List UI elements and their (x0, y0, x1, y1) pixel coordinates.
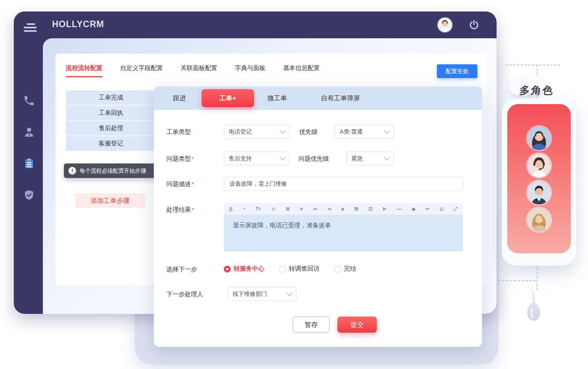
result-editor-content[interactable]: 显示屏故障，电话已受理，准备派单 (224, 215, 463, 251)
tab-own-order-popup[interactable]: 自有工单弹屏 (321, 87, 360, 110)
radio-unselected-icon[interactable] (279, 266, 286, 273)
chevron-down-icon (280, 127, 286, 134)
multi-role-card (507, 104, 571, 253)
user-avatar[interactable] (438, 18, 452, 32)
avatar (527, 126, 551, 150)
exclamation-icon: ! (68, 167, 76, 175)
avatar (527, 181, 551, 204)
nav-phone-icon[interactable] (23, 95, 35, 107)
link-icon[interactable]: ∞ (328, 206, 331, 211)
notice-text: 每个流程必须配置开始步骤 (80, 167, 146, 175)
divider-icon[interactable]: — (397, 206, 402, 211)
undo-icon[interactable]: ↩ (425, 206, 430, 211)
nav-security-icon[interactable] (23, 189, 35, 201)
order-type-label: 工单类型 (166, 128, 191, 136)
color-palette-icon[interactable]: ◔ (243, 206, 246, 211)
eraser-icon[interactable]: ◈ (412, 206, 415, 211)
nav-workorder-icon[interactable] (23, 157, 35, 170)
video-icon[interactable]: ⊳ (383, 206, 387, 211)
issue-type-select[interactable]: 售后支持 (224, 152, 290, 165)
add-step-button[interactable]: 添加工单步骤 (75, 193, 145, 208)
screen: HOLLYCRM (0, 0, 588, 369)
list-item-order-receipt[interactable]: 工单回执 (66, 106, 156, 121)
radio-finish[interactable]: 完结 (334, 265, 356, 273)
issue-type-label: 问题类型* (166, 155, 194, 163)
issue-priority-select[interactable]: 紧急 (346, 152, 394, 165)
font-style-icon[interactable]: A̲ (229, 206, 233, 211)
priority-label: 优先级 (299, 128, 318, 136)
result-editor: A̲ ◔ Tт ☺ ≣ ≡ ≔ ∞ ⌀ ⊞ ⊡ ⊳ — ◈ ↩ ⊔ ⤢ 显示屏故… (224, 203, 463, 251)
chevron-down-icon (384, 127, 390, 134)
radio-service-center[interactable]: 转服务中心 (224, 265, 264, 273)
tab-related-panel-config[interactable]: 关联面板配置 (181, 64, 217, 76)
order-type-select[interactable]: 电话登记 (224, 125, 290, 139)
annotation-dashed-line-bottom (498, 280, 536, 281)
nav-customer-icon[interactable] (23, 126, 35, 138)
tab-basic-info-config[interactable]: 基本信息配置 (283, 64, 320, 76)
emoji-icon[interactable]: ☺ (271, 206, 276, 211)
annotation-dashed-line-top (506, 65, 560, 65)
issue-priority-label: 问题优先级 (298, 155, 329, 163)
list-item-aftersales[interactable]: 售后处理 (66, 121, 156, 136)
chevron-down-icon (287, 290, 293, 296)
priority-select[interactable]: A类-普通 (335, 125, 394, 139)
next-step-label: 选择下一步 (166, 266, 197, 274)
apply-config-button[interactable]: 配置生效 (437, 64, 477, 78)
required-mark: * (192, 155, 194, 162)
list-item-service-register[interactable]: 客服登记 (66, 136, 156, 151)
menu-toggle-icon[interactable] (24, 23, 37, 33)
app-title: HOLLYCRM (52, 19, 104, 29)
radio-selected-icon[interactable] (224, 266, 231, 273)
font-size-icon[interactable]: Tт (256, 206, 261, 211)
next-handler-select[interactable]: 线下维修部门 (228, 287, 296, 301)
tab-custom-field-config[interactable]: 自定义字段配置 (120, 64, 163, 76)
avatar-illustration (438, 18, 452, 32)
indent-icon[interactable]: ≣ (286, 206, 290, 211)
dialog-tab-bar: 跟进 工单+ 微工单 自有工单弹屏 (154, 87, 482, 110)
avatar (527, 208, 551, 232)
issue-desc-label: 问题描述* (166, 180, 194, 188)
trash-icon[interactable]: ⊔ (440, 206, 443, 211)
multi-role-label: 多角色 (519, 83, 555, 97)
align-left-icon[interactable]: ≡ (300, 206, 303, 211)
issue-desc-input[interactable] (224, 177, 463, 191)
fullscreen-icon[interactable]: ⤢ (453, 206, 457, 211)
unlink-icon[interactable]: ⌀ (341, 206, 344, 211)
next-handler-label: 下一步处理人 (166, 291, 203, 299)
config-tab-bar: 流程流转配置 自定义字段配置 关联面板配置 字典与面板 基本信息配置 (66, 64, 320, 77)
list-item-order-complete[interactable]: 工单完成 (66, 90, 156, 106)
editor-toolbar: A̲ ◔ Tт ☺ ≣ ≡ ≔ ∞ ⌀ ⊞ ⊡ ⊳ — ◈ ↩ ⊔ ⤢ (224, 203, 463, 215)
radio-unselected-icon[interactable] (334, 266, 341, 273)
image-icon[interactable]: ⊡ (368, 206, 373, 211)
work-order-dialog: 跟进 工单+ 微工单 自有工单弹屏 工单类型 电话登记 优先级 A类-普通 问题… (154, 87, 482, 347)
tab-follow-up[interactable]: 跟进 (173, 87, 186, 110)
radio-survey-callback[interactable]: 转调查回访 (279, 265, 319, 273)
chevron-down-icon (280, 154, 286, 160)
chevron-down-icon (384, 154, 390, 160)
next-step-radio-group: 转服务中心 转调查回访 完结 (224, 265, 356, 273)
required-mark: * (192, 206, 194, 213)
table-icon[interactable]: ⊞ (354, 206, 358, 211)
tab-work-order-plus[interactable]: 工单+ (202, 89, 254, 107)
save-draft-button[interactable]: 暂存 (293, 317, 330, 333)
bullet-list-icon[interactable]: ≔ (313, 206, 318, 211)
droplet-decoration (524, 287, 541, 331)
result-label: 处理结果* (166, 206, 194, 214)
notice-tooltip: ! 每个流程必须配置开始步骤 (64, 163, 166, 178)
tab-micro-order[interactable]: 微工单 (267, 87, 287, 110)
multi-role-panel (502, 99, 576, 266)
workflow-step-list: 工单完成 工单回执 售后处理 客服登记 (66, 90, 156, 151)
tab-process-flow-config[interactable]: 流程流转配置 (66, 64, 103, 77)
tab-dictionary-panel[interactable]: 字典与面板 (235, 64, 265, 76)
avatar (527, 153, 551, 177)
submit-button[interactable]: 提交 (337, 317, 377, 333)
logout-power-icon[interactable] (468, 19, 480, 31)
required-mark: * (192, 181, 194, 187)
